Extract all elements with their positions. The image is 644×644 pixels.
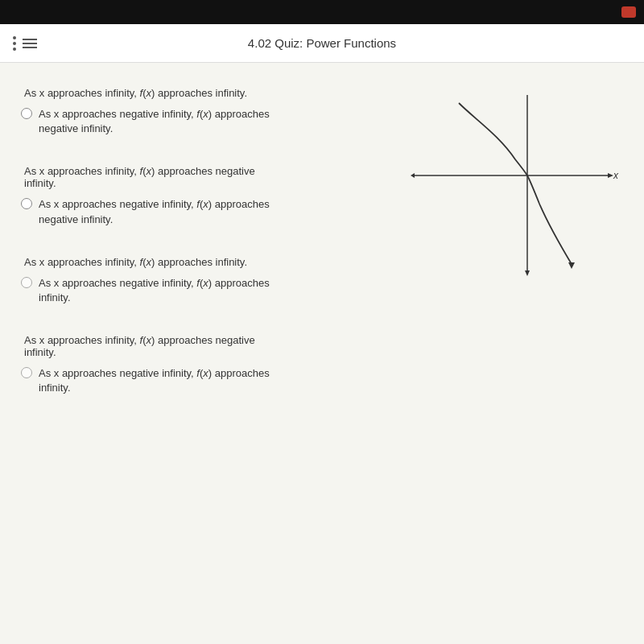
block3-main-statement: As x approaches infinity, f(x) approache…: [21, 256, 382, 268]
block3-radio-circle[interactable]: [21, 277, 32, 288]
block2-option-text: As x approaches negative infinity, f(x) …: [39, 197, 270, 226]
answer-block-4: As x approaches infinity, f(x) approache…: [16, 326, 386, 408]
svg-text:x: x: [613, 170, 619, 181]
svg-marker-7: [568, 262, 575, 269]
graph-svg: x: [411, 87, 620, 280]
svg-marker-4: [411, 173, 415, 178]
block2-radio-circle[interactable]: [21, 198, 32, 209]
block1-radio-circle[interactable]: [21, 108, 32, 119]
answer-block-1: As x approaches infinity, f(x) approache…: [16, 79, 386, 149]
header: 4.02 Quiz: Power Functions: [0, 24, 644, 63]
block1-option-text: As x approaches negative infinity, f(x) …: [39, 107, 270, 136]
block4-radio-circle[interactable]: [21, 367, 32, 378]
block1-radio-option[interactable]: As x approaches negative infinity, f(x) …: [21, 107, 382, 136]
right-panel: x: [402, 79, 628, 628]
block2-main-statement: As x approaches infinity, f(x) approache…: [21, 165, 382, 189]
red-indicator: [621, 6, 636, 18]
answer-block-2: As x approaches infinity, f(x) approache…: [16, 157, 386, 239]
block3-radio-option[interactable]: As x approaches negative infinity, f(x) …: [21, 276, 382, 305]
answer-block-3: As x approaches infinity, f(x) approache…: [16, 248, 386, 318]
dots-menu-icon[interactable]: [13, 36, 16, 51]
svg-marker-1: [608, 173, 613, 178]
content-area: As x approaches infinity, f(x) approache…: [0, 63, 644, 644]
left-panel: As x approaches infinity, f(x) approache…: [16, 79, 386, 628]
block4-main-statement: As x approaches infinity, f(x) approache…: [21, 334, 382, 358]
graph-container: x: [411, 87, 620, 280]
block4-radio-option[interactable]: As x approaches negative infinity, f(x) …: [21, 366, 382, 395]
block2-radio-option[interactable]: As x approaches negative infinity, f(x) …: [21, 197, 382, 226]
page-title: 4.02 Quiz: Power Functions: [248, 36, 396, 50]
app-container: 4.02 Quiz: Power Functions As x approach…: [0, 24, 644, 644]
block4-option-text: As x approaches negative infinity, f(x) …: [39, 366, 270, 395]
hamburger-menu-icon[interactable]: [23, 39, 37, 48]
block1-main-statement: As x approaches infinity, f(x) approache…: [21, 87, 382, 99]
svg-marker-6: [525, 270, 530, 276]
block3-option-text: As x approaches negative infinity, f(x) …: [39, 276, 270, 305]
top-bar: [0, 0, 644, 24]
